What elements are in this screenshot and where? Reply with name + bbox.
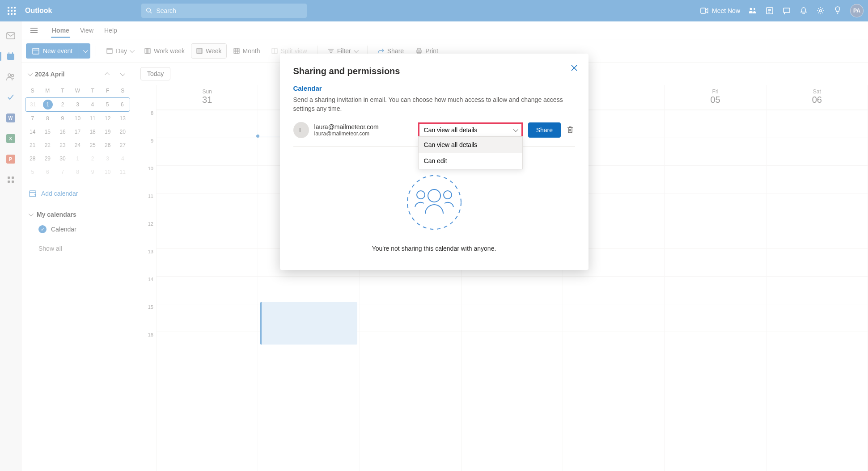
share-user-row: L laura@mailmeteor.com laura@mailmeteor.…: [293, 122, 575, 147]
permission-option-view[interactable]: Can view all details: [419, 137, 522, 153]
permission-dropdown: Can view all details Can edit: [418, 136, 523, 169]
svg-point-28: [428, 189, 440, 202]
dialog-description: Send a sharing invitation in email. You …: [293, 96, 575, 113]
dialog-subtitle: Calendar: [293, 84, 575, 92]
sharing-dialog: Sharing and permissions Calendar Send a …: [280, 54, 589, 270]
permission-select[interactable]: Can view all details Can view all detail…: [418, 122, 523, 138]
permission-option-edit[interactable]: Can edit: [419, 153, 522, 169]
user-avatar: L: [293, 122, 309, 138]
share-submit-button[interactable]: Share: [528, 122, 561, 138]
empty-state: You're not sharing this calendar with an…: [293, 173, 575, 252]
svg-point-29: [417, 191, 425, 199]
empty-state-text: You're not sharing this calendar with an…: [372, 245, 496, 252]
user-email: laura@mailmeteor.com: [314, 130, 413, 137]
close-icon: [571, 65, 577, 71]
dialog-title: Sharing and permissions: [293, 66, 575, 76]
modal-overlay: Sharing and permissions Calendar Send a …: [0, 0, 868, 471]
svg-point-30: [444, 191, 452, 199]
user-name: laura@mailmeteor.com: [314, 123, 413, 130]
people-illustration: [405, 173, 463, 231]
remove-user-button[interactable]: [566, 126, 575, 135]
close-button[interactable]: [568, 62, 580, 74]
chevron-down-icon: [513, 127, 518, 132]
permission-selected-label: Can view all details: [424, 126, 478, 134]
user-info: laura@mailmeteor.com laura@mailmeteor.co…: [314, 123, 413, 137]
trash-icon: [566, 126, 574, 134]
